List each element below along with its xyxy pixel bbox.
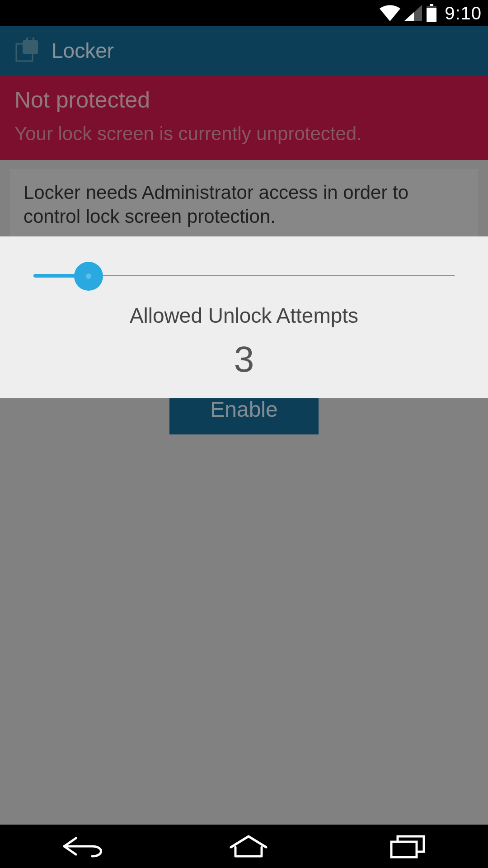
navigation-bar — [0, 825, 488, 868]
svg-rect-0 — [430, 4, 433, 6]
app-title: Locker — [52, 38, 114, 63]
svg-rect-4 — [23, 40, 38, 54]
unlock-attempts-label: Allowed Unlock Attempts — [33, 303, 455, 328]
home-button[interactable] — [228, 834, 269, 859]
admin-access-message: Locker needs Administrator access in ord… — [23, 181, 465, 228]
slider-thumb[interactable] — [74, 262, 103, 291]
svg-rect-2 — [427, 6, 436, 8]
unlock-attempts-value: 3 — [33, 339, 455, 380]
warning-subtext: Your lock screen is currently unprotecte… — [14, 123, 474, 145]
status-time: 9:10 — [445, 3, 482, 24]
unlock-attempts-slider[interactable] — [33, 258, 455, 294]
app-screen: Locker Not protected Your lock screen is… — [0, 26, 488, 825]
recents-button[interactable] — [388, 834, 428, 859]
protection-warning-banner: Not protected Your lock screen is curren… — [0, 75, 488, 160]
locker-app-icon — [14, 38, 40, 64]
action-bar: Locker — [0, 26, 488, 75]
scrim-bottom — [0, 386, 488, 825]
svg-rect-1 — [427, 6, 436, 22]
unlock-attempts-panel: Allowed Unlock Attempts 3 — [0, 236, 488, 398]
cell-signal-icon — [404, 5, 422, 21]
svg-rect-5 — [391, 842, 417, 857]
warning-heading: Not protected — [14, 87, 474, 113]
status-bar: 9:10 — [0, 0, 488, 26]
wifi-icon — [380, 5, 400, 21]
back-button[interactable] — [60, 834, 109, 859]
battery-icon — [426, 4, 437, 22]
